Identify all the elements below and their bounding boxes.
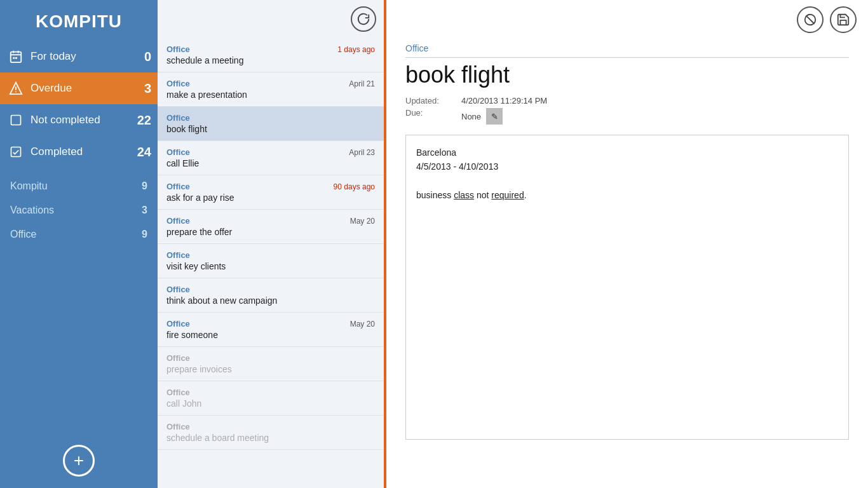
- tasks-list: Office1 days agoschedule a meetingOffice…: [158, 36, 384, 488]
- completed-label: Completed: [31, 146, 132, 158]
- task-title: book flight: [166, 124, 375, 134]
- detail-title: book flight: [405, 62, 849, 88]
- overdue-count: 3: [132, 81, 151, 96]
- task-category: Office: [166, 216, 190, 226]
- task-category: Office: [166, 182, 190, 191]
- completed-count: 24: [132, 145, 151, 159]
- task-category: Office: [166, 113, 190, 123]
- tasks-panel: Office1 days agoschedule a meetingOffice…: [158, 0, 386, 488]
- task-item[interactable]: Officethink about a new campaign: [158, 278, 384, 313]
- notes-line-4: business class not required.: [416, 188, 838, 202]
- task-date: 90 days ago: [334, 182, 375, 191]
- updated-label: Updated:: [405, 96, 456, 105]
- task-category: Office: [166, 147, 190, 157]
- task-date: April 21: [349, 79, 375, 88]
- nav-for-today[interactable]: For today 0: [0, 41, 158, 72]
- detail-notes[interactable]: Barcelona 4/5/2013 - 4/10/2013 business …: [405, 135, 849, 440]
- detail-meta: Updated: 4/20/2013 11:29:14 PM Due: None…: [405, 96, 849, 125]
- detail-content: Office book flight Updated: 4/20/2013 11…: [386, 38, 868, 488]
- category-vacations[interactable]: Vacations 3: [0, 198, 158, 222]
- task-category: Office: [166, 422, 190, 431]
- updated-value: 4/20/2013 11:29:14 PM: [461, 96, 849, 105]
- nav-not-completed[interactable]: Not completed 22: [0, 104, 158, 136]
- nav-overdue[interactable]: Overdue 3: [0, 72, 158, 104]
- refresh-button[interactable]: [351, 6, 376, 32]
- svg-rect-10: [11, 147, 21, 157]
- svg-rect-0: [11, 52, 22, 63]
- task-item[interactable]: Officecall John: [158, 381, 384, 416]
- task-item[interactable]: Officeschedule a board meeting: [158, 416, 384, 450]
- task-date: April 23: [349, 148, 375, 157]
- task-date: May 20: [350, 320, 375, 329]
- category-office[interactable]: Office 9: [0, 222, 158, 247]
- vacations-label: Vacations: [10, 205, 142, 216]
- kompitu-label: Kompitu: [10, 180, 142, 192]
- task-item[interactable]: OfficeMay 20prepare the offer: [158, 210, 384, 244]
- not-completed-count: 22: [132, 113, 151, 128]
- edit-due-button[interactable]: ✎: [486, 108, 503, 125]
- task-item[interactable]: OfficeMay 20fire someone: [158, 313, 384, 347]
- block-button[interactable]: [797, 6, 824, 33]
- detail-panel: Office book flight Updated: 4/20/2013 11…: [386, 0, 868, 488]
- nav-completed[interactable]: Completed 24: [0, 136, 158, 168]
- task-title: schedule a meeting: [166, 55, 375, 65]
- svg-point-8: [15, 92, 17, 93]
- task-category: Office: [166, 250, 190, 260]
- detail-breadcrumb: Office: [405, 43, 849, 58]
- task-category: Office: [166, 79, 190, 88]
- task-item[interactable]: OfficeApril 23call Ellie: [158, 141, 384, 175]
- middle-header: [158, 0, 384, 36]
- task-title: schedule a board meeting: [166, 433, 375, 443]
- for-today-label: For today: [31, 50, 132, 63]
- task-title: fire someone: [166, 330, 375, 340]
- task-category: Office: [166, 319, 190, 329]
- task-item[interactable]: Officebook flight: [158, 107, 384, 141]
- notes-line-2: 4/5/2013 - 4/10/2013: [416, 159, 838, 173]
- task-category: Office: [166, 388, 190, 397]
- task-item[interactable]: Officevisit key clients: [158, 244, 384, 278]
- save-button[interactable]: [830, 6, 857, 33]
- calendar-icon: [6, 50, 25, 64]
- category-kompitu[interactable]: Kompitu 9: [0, 174, 158, 198]
- svg-rect-9: [11, 116, 21, 125]
- task-category: Office: [166, 44, 190, 54]
- task-title: call John: [166, 398, 375, 409]
- task-item[interactable]: OfficeApril 21make a presentation: [158, 72, 384, 107]
- sidebar: KOMPITU For today 0 Overdue 3 Not comple…: [0, 0, 158, 488]
- notes-line-1: Barcelona: [416, 146, 838, 159]
- due-label: Due:: [405, 108, 456, 125]
- task-item[interactable]: Officeprepare invoices: [158, 347, 384, 381]
- for-today-count: 0: [132, 50, 151, 64]
- task-category: Office: [166, 353, 190, 363]
- task-title: make a presentation: [166, 90, 375, 100]
- task-title: prepare invoices: [166, 364, 375, 374]
- svg-rect-5: [15, 57, 17, 59]
- detail-toolbar: [386, 0, 868, 38]
- task-date: May 20: [350, 217, 375, 226]
- checkbox-checked-icon: [6, 146, 25, 158]
- task-title: prepare the offer: [166, 227, 375, 237]
- task-category: Office: [166, 285, 190, 294]
- not-completed-label: Not completed: [31, 114, 132, 126]
- task-item[interactable]: Office1 days agoschedule a meeting: [158, 38, 384, 72]
- office-count: 9: [142, 229, 147, 240]
- task-title: think about a new campaign: [166, 295, 375, 306]
- task-title: call Ellie: [166, 158, 375, 168]
- notes-line-3: [416, 174, 838, 188]
- task-title: ask for a pay rise: [166, 193, 375, 203]
- categories-list: Kompitu 9 Vacations 3 Office 9: [0, 174, 158, 438]
- checkbox-empty-icon: [6, 114, 25, 126]
- task-date: 1 days ago: [337, 45, 375, 54]
- due-value: None ✎: [461, 108, 849, 125]
- task-item[interactable]: Office90 days agoask for a pay rise: [158, 175, 384, 210]
- task-title: visit key clients: [166, 261, 375, 271]
- office-label: Office: [10, 229, 142, 240]
- kompitu-count: 9: [142, 180, 147, 192]
- add-task-button[interactable]: +: [63, 445, 95, 477]
- app-title: KOMPITU: [0, 0, 158, 41]
- svg-line-12: [806, 15, 814, 24]
- warning-icon: [6, 81, 25, 95]
- vacations-count: 3: [142, 205, 147, 216]
- svg-rect-4: [13, 57, 15, 59]
- overdue-label: Overdue: [31, 82, 132, 95]
